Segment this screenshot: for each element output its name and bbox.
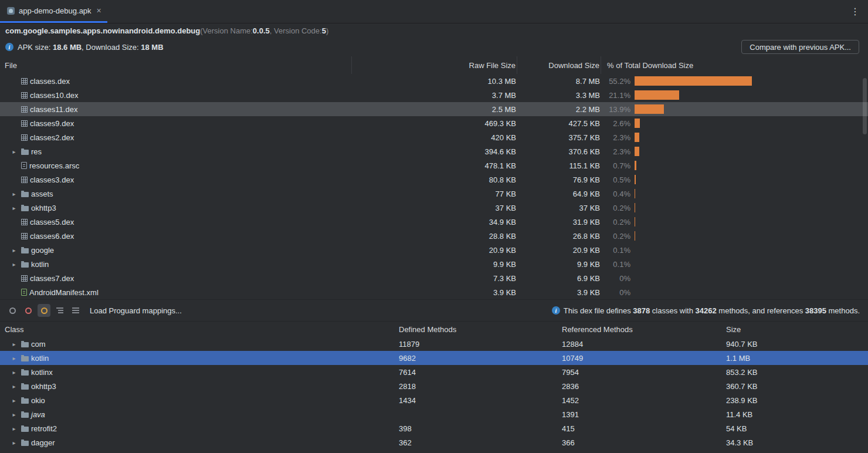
download-size-bar <box>635 76 752 86</box>
file-row[interactable]: ▸resources.arsc478.1 KB115.1 KB0.7% <box>0 158 868 173</box>
file-name-label: okhttp3 <box>31 204 56 212</box>
download-size-bar <box>635 217 635 226</box>
file-row[interactable]: ▸classes6.dex28.8 KB26.8 KB0.2% <box>0 229 868 243</box>
file-name-label: classes3.dex <box>30 175 74 184</box>
file-row[interactable]: ▸classes10.dex3.7 MB3.3 MB21.1% <box>0 88 868 102</box>
file-name-label: classes.dex <box>30 77 70 86</box>
defined-methods-value: 398 <box>399 424 562 433</box>
class-cell: ▸kotlin <box>0 354 399 363</box>
download-size-value: 37 KB <box>517 204 601 212</box>
file-name-label: google <box>31 246 54 255</box>
pct-label: 0% <box>601 274 630 283</box>
file-row[interactable]: ▸google20.9 KB20.9 KB0.1% <box>0 243 868 257</box>
column-download-size[interactable]: Download Size <box>517 56 601 74</box>
chevron-right-icon[interactable]: ▸ <box>9 261 19 268</box>
chevron-right-icon[interactable]: ▸ <box>9 191 19 197</box>
class-size-value: 940.7 KB <box>726 340 868 349</box>
class-name-label: com <box>31 340 46 349</box>
download-size-bar <box>635 119 640 128</box>
pct-label: 0.2% <box>601 232 630 241</box>
file-cell: ▸classes5.dex <box>0 218 352 226</box>
show-fields-icon[interactable] <box>38 304 50 317</box>
circle-red-icon <box>25 307 32 314</box>
file-row[interactable]: ▸res394.6 KB370.6 KB2.3% <box>0 144 868 158</box>
referenced-methods-value: 415 <box>562 424 726 433</box>
chevron-right-icon[interactable]: ▸ <box>9 397 19 404</box>
column-class[interactable]: Class <box>0 325 399 334</box>
file-row[interactable]: ▸kotlin9.9 KB9.9 KB0.1% <box>0 257 868 271</box>
class-row[interactable]: ▸retrofit239841554 KB <box>0 421 868 435</box>
chevron-right-icon[interactable]: ▸ <box>9 247 19 253</box>
column-size[interactable]: Size <box>726 325 868 334</box>
referenced-methods-value: 2836 <box>562 382 726 391</box>
chevron-right-icon[interactable]: ▸ <box>9 383 19 390</box>
file-cell: ▸kotlin <box>0 260 352 269</box>
folder-icon <box>21 262 29 268</box>
download-size-value: 64.9 KB <box>517 190 601 198</box>
chevron-right-icon[interactable]: ▸ <box>9 148 19 155</box>
file-row[interactable]: ▸classes.dex10.3 MB8.7 MB55.2% <box>0 74 868 88</box>
dex-summary: i This dex file defines 3878 classes wit… <box>552 306 862 315</box>
show-referenced-icon[interactable] <box>6 304 19 317</box>
pct-label: 0.2% <box>601 218 630 226</box>
scrollbar-thumb[interactable] <box>863 78 867 134</box>
pct-cell: 0.7% <box>601 161 868 170</box>
version-open: (Version Name: <box>200 26 253 35</box>
dex-file-icon <box>21 219 28 225</box>
chevron-right-icon[interactable]: ▸ <box>9 205 19 211</box>
compare-apk-button[interactable]: Compare with previous APK... <box>741 40 859 54</box>
collapse-all-icon[interactable] <box>69 304 82 317</box>
class-row[interactable]: ▸java139111.4 KB <box>0 407 868 421</box>
file-row[interactable]: ▸classes7.dex7.3 KB6.9 KB0% <box>0 271 868 285</box>
xml-file-icon <box>21 289 27 296</box>
column-referenced-methods[interactable]: Referenced Methods <box>562 325 726 334</box>
class-name-label: java <box>31 410 45 419</box>
file-row[interactable]: ▸classes9.dex469.3 KB427.5 KB2.6% <box>0 116 868 130</box>
file-row[interactable]: ▸assets77 KB64.9 KB0.4% <box>0 187 868 201</box>
dex-file-icon <box>21 78 28 84</box>
pct-cell: 55.2% <box>601 76 868 86</box>
raw-file-size-value: 77 KB <box>352 190 517 198</box>
expand-all-icon[interactable] <box>53 304 66 317</box>
class-row[interactable]: ▸okhttp328182836360.7 KB <box>0 379 868 393</box>
folder-icon <box>21 192 29 197</box>
file-row[interactable]: ▸classes5.dex34.9 KB31.9 KB0.2% <box>0 215 868 229</box>
dex-file-icon <box>21 177 28 183</box>
show-methods-icon[interactable] <box>22 304 35 317</box>
class-row[interactable]: ▸kotlin9682107491.1 MB <box>0 351 868 365</box>
tab-apk[interactable]: app-demo-debug.apk × <box>0 0 107 23</box>
file-row[interactable]: ▸AndroidManifest.xml3.9 KB3.9 KB0% <box>0 285 868 299</box>
chevron-right-icon[interactable]: ▸ <box>9 425 19 432</box>
download-size-value: 3.9 KB <box>517 288 601 297</box>
chevron-right-icon[interactable]: ▸ <box>9 411 19 418</box>
class-row[interactable]: ▸okio14341452238.9 KB <box>0 393 868 407</box>
file-row[interactable]: ▸classes3.dex80.8 KB76.9 KB0.5% <box>0 173 868 187</box>
class-size-value: 34.3 KB <box>726 438 868 447</box>
class-row[interactable]: ▸kotlinx76147954853.2 KB <box>0 365 868 379</box>
column-raw-file-size[interactable]: Raw File Size <box>352 56 517 74</box>
apk-size-summary: APK size: 18.6 MB, Download Size: 18 MB <box>18 43 164 52</box>
raw-file-size-value: 37 KB <box>352 204 517 212</box>
column-defined-methods[interactable]: Defined Methods <box>399 325 562 334</box>
load-proguard-mappings-button[interactable]: Load Proguard mappings... <box>90 306 182 315</box>
kebab-menu-icon[interactable]: ⋮ <box>850 7 860 16</box>
file-cell: ▸AndroidManifest.xml <box>0 288 352 297</box>
raw-file-size-value: 9.9 KB <box>352 260 517 269</box>
file-row[interactable]: ▸classes11.dex2.5 MB2.2 MB13.9% <box>0 102 868 116</box>
file-name-label: classes6.dex <box>30 232 74 241</box>
raw-file-size-value: 28.8 KB <box>352 232 517 241</box>
class-row[interactable]: ▸dagger36236634.3 KB <box>0 435 868 449</box>
class-row[interactable]: ▸com1187912884940.7 KB <box>0 337 868 351</box>
column-file[interactable]: File <box>0 56 352 74</box>
file-row[interactable]: ▸okhttp337 KB37 KB0.2% <box>0 201 868 215</box>
column-pct-total-download[interactable]: % of Total Download Size <box>601 56 868 74</box>
close-icon[interactable]: × <box>97 6 101 15</box>
chevron-right-icon[interactable]: ▸ <box>9 341 19 347</box>
dex-file-icon <box>21 120 28 127</box>
file-row[interactable]: ▸classes2.dex420 KB375.7 KB2.3% <box>0 130 868 144</box>
chevron-right-icon[interactable]: ▸ <box>9 440 19 446</box>
chevron-right-icon[interactable]: ▸ <box>9 355 19 361</box>
file-name-label: res <box>31 147 42 156</box>
class-name-label: okio <box>31 396 45 405</box>
chevron-right-icon[interactable]: ▸ <box>9 369 19 376</box>
